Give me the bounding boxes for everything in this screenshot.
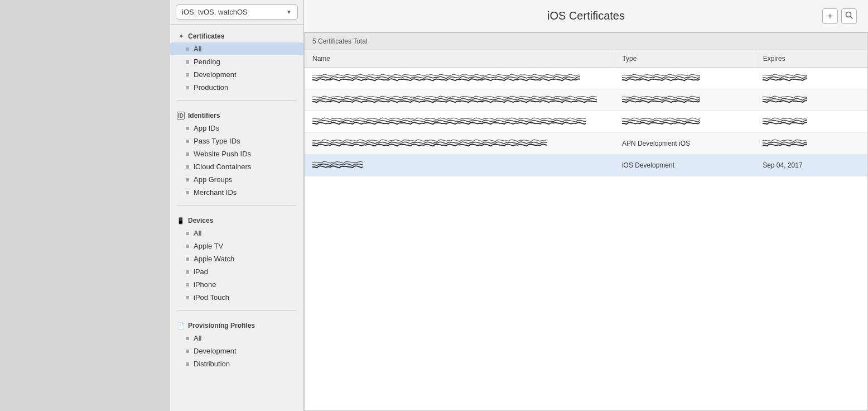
dot-icon [186, 283, 189, 286]
identifiers-section: ID Identifiers App IDs Pass Type IDs Web… [170, 104, 303, 202]
main-content: iOS Certificates + 5 Certificates Total [304, 0, 868, 411]
divider-2 [177, 205, 297, 206]
plus-icon: + [827, 11, 832, 21]
merchant-ids-label: Merchant IDs [194, 188, 237, 197]
cert-expires-cell [755, 89, 867, 111]
devices-label: Devices [188, 217, 213, 224]
id-icon: ID [177, 112, 185, 120]
dot-icon [186, 73, 189, 77]
provisioning-section-header: 📄 Provisioning Profiles [170, 319, 303, 332]
sidebar-item-prov-distribution[interactable]: Distribution [170, 357, 303, 370]
website-push-ids-label: Website Push IDs [194, 150, 251, 158]
sidebar-item-cert-development[interactable]: Development [170, 68, 303, 81]
sidebar-item-cert-all[interactable]: All [170, 42, 303, 55]
sidebar-item-icloud-containers[interactable]: iCloud Containers [170, 160, 303, 173]
platform-dropdown-container: iOS, tvOS, watchOS ▼ [170, 0, 303, 25]
prov-all-label: All [194, 334, 201, 342]
table-row[interactable]: iOS DevelopmentSep 04, 2017 [305, 155, 867, 176]
certificates-label: Certificates [188, 32, 224, 40]
devices-all-label: All [194, 229, 201, 237]
table-header-row: Name Type Expires [305, 50, 867, 68]
devices-section-header: 📱 Devices [170, 214, 303, 227]
cert-pending-label: Pending [194, 58, 220, 66]
platform-dropdown[interactable]: iOS, tvOS, watchOS ▼ [176, 4, 298, 20]
sidebar-item-ipod-touch[interactable]: iPod Touch [170, 291, 303, 304]
certificates-section-header: ✦ Certificates [170, 30, 303, 42]
dot-icon [186, 257, 189, 261]
sidebar-item-app-groups[interactable]: App Groups [170, 173, 303, 186]
sidebar-item-app-ids[interactable]: App IDs [170, 122, 303, 135]
sidebar-item-pass-type-ids[interactable]: Pass Type IDs [170, 135, 303, 147]
dot-icon [186, 140, 189, 143]
cert-name-cell [305, 133, 614, 155]
cert-name-cell [305, 155, 614, 176]
dot-icon [186, 232, 189, 235]
cert-production-label: Production [194, 83, 228, 92]
dot-icon [186, 191, 189, 194]
page-title: iOS Certificates [547, 9, 625, 22]
sidebar-item-cert-pending[interactable]: Pending [170, 55, 303, 68]
identifiers-section-header: ID Identifiers [170, 109, 303, 122]
platform-dropdown-label: iOS, tvOS, watchOS [182, 8, 248, 16]
dot-icon [186, 86, 189, 89]
dot-icon [186, 350, 189, 353]
sidebar-item-iphone[interactable]: iPhone [170, 278, 303, 291]
provisioning-label: Provisioning Profiles [188, 322, 255, 329]
cert-type-cell [614, 89, 755, 111]
certificates-table: Name Type Expires APN Development iOSiOS… [305, 50, 867, 176]
certificate-icon: ✦ [177, 32, 185, 40]
divider-1 [177, 100, 297, 101]
search-button[interactable] [841, 8, 857, 24]
doc-icon: 📄 [177, 322, 185, 329]
table-row[interactable] [305, 68, 867, 89]
prov-development-label: Development [194, 347, 237, 355]
sidebar-item-merchant-ids[interactable]: Merchant IDs [170, 186, 303, 199]
sidebar-item-prov-development[interactable]: Development [170, 345, 303, 357]
certificates-section: ✦ Certificates All Pending Development P… [170, 25, 303, 97]
cert-expires-cell [755, 133, 867, 155]
cert-expires-cell [755, 111, 867, 133]
cert-all-label: All [194, 45, 201, 53]
icloud-containers-label: iCloud Containers [194, 163, 251, 171]
left-panel [0, 0, 170, 411]
dot-icon [186, 47, 189, 51]
cert-development-label: Development [194, 70, 237, 79]
add-certificate-button[interactable]: + [822, 8, 838, 24]
apple-tv-label: Apple TV [194, 242, 223, 250]
cert-type-cell: APN Development iOS [614, 133, 755, 155]
cert-expires-cell [755, 68, 867, 89]
type-column-header: Type [614, 50, 755, 68]
dot-icon [186, 165, 189, 169]
expires-column-header: Expires [755, 50, 867, 68]
app-ids-label: App IDs [194, 124, 219, 132]
cert-name-cell [305, 111, 614, 133]
app-groups-label: App Groups [194, 175, 232, 184]
devices-section: 📱 Devices All Apple TV Apple Watch iPad … [170, 209, 303, 307]
sidebar-item-apple-tv[interactable]: Apple TV [170, 240, 303, 252]
sidebar-item-devices-all[interactable]: All [170, 227, 303, 240]
chevron-down-icon: ▼ [286, 9, 292, 15]
header-actions: + [822, 8, 857, 24]
total-count: 5 Certificates Total [312, 37, 368, 45]
ipad-label: iPad [194, 267, 208, 276]
sidebar-item-website-push-ids[interactable]: Website Push IDs [170, 147, 303, 160]
main-header: iOS Certificates + [304, 0, 868, 32]
sidebar-item-cert-production[interactable]: Production [170, 81, 303, 94]
sidebar: iOS, tvOS, watchOS ▼ ✦ Certificates All … [170, 0, 304, 411]
sidebar-item-apple-watch[interactable]: Apple Watch [170, 252, 303, 265]
iphone-label: iPhone [194, 280, 216, 289]
sidebar-item-ipad[interactable]: iPad [170, 265, 303, 278]
dot-icon [186, 178, 189, 181]
ipod-touch-label: iPod Touch [194, 293, 229, 302]
pass-type-ids-label: Pass Type IDs [194, 137, 240, 145]
identifiers-label: Identifiers [188, 112, 220, 120]
device-icon: 📱 [177, 217, 185, 224]
table-row[interactable] [305, 111, 867, 133]
cert-name-cell [305, 68, 614, 89]
certificates-table-container: 5 Certificates Total Name Type Expires A… [304, 32, 868, 411]
dot-icon [186, 60, 189, 64]
sidebar-item-prov-all[interactable]: All [170, 332, 303, 345]
table-row[interactable] [305, 89, 867, 111]
svg-line-1 [851, 16, 853, 18]
table-row[interactable]: APN Development iOS [305, 133, 867, 155]
